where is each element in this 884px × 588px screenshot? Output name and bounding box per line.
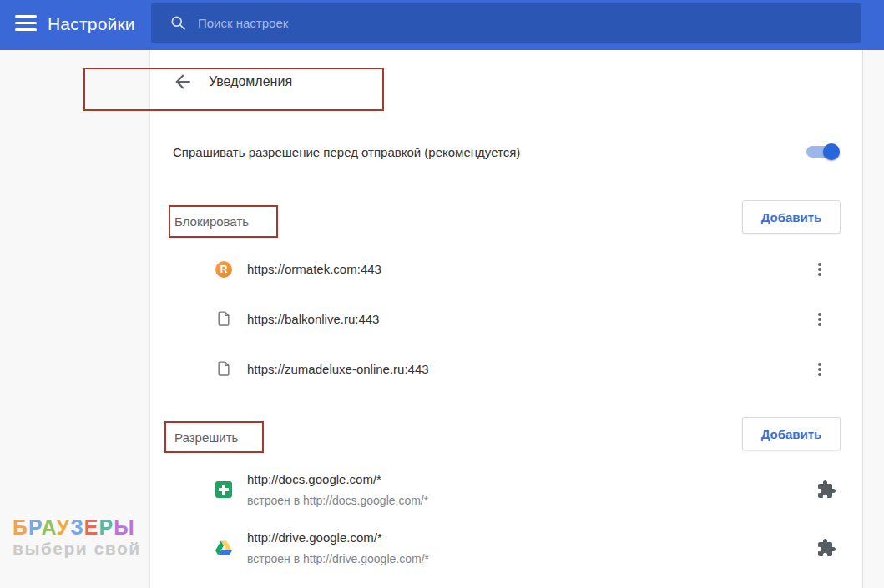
row-menu-icon[interactable] (813, 362, 826, 377)
blocked-site-url: https://zumadeluxe-online.ru:443 (247, 362, 429, 376)
watermark-line1: БРАУЗЕРЫ (13, 515, 135, 540)
allow-add-button[interactable]: Добавить (742, 417, 841, 450)
generic-page-icon (215, 360, 232, 377)
allowed-site-url: http://docs.google.com/* (247, 472, 381, 486)
ask-permission-toggle[interactable] (806, 140, 840, 163)
ormatek-favicon: R (215, 261, 232, 278)
blocked-site-url: https://ormatek.com:443 (247, 262, 381, 276)
settings-search-box[interactable] (151, 3, 861, 43)
extension-puzzle-icon[interactable] (816, 480, 836, 500)
google-drive-icon (215, 540, 232, 556)
allowed-site-subtext: встроен в http://drive.google.com/* (247, 552, 429, 565)
block-add-button[interactable]: Добавить (742, 200, 841, 234)
allowed-site-subtext: встроен в http://docs.google.com/* (247, 494, 428, 507)
ask-permission-label: Спрашивать разрешение перед отправкой (р… (173, 145, 520, 159)
allowed-site-url: http://drive.google.com/* (247, 530, 382, 545)
annotation-box-title (83, 68, 384, 111)
search-icon (169, 14, 187, 32)
search-input[interactable] (198, 16, 699, 30)
hamburger-menu-icon[interactable] (15, 15, 37, 33)
generic-page-icon (215, 310, 232, 327)
watermark-line2: выбери свой (13, 539, 141, 559)
row-menu-icon[interactable] (813, 262, 826, 277)
chrome-settings-window: Настройки Уведомления Спрашивать разреше… (0, 0, 884, 588)
row-menu-icon[interactable] (813, 312, 826, 327)
settings-title: Настройки (48, 0, 135, 48)
google-docs-icon (215, 481, 232, 498)
blocked-site-url: https://balkonlive.ru:443 (247, 312, 379, 326)
left-gutter (0, 50, 150, 588)
extension-puzzle-icon[interactable] (816, 538, 836, 558)
scrollbar-gutter[interactable] (862, 50, 884, 588)
settings-header: Настройки (0, 0, 884, 50)
annotation-box-block (169, 205, 278, 238)
annotation-box-allow (164, 421, 264, 453)
